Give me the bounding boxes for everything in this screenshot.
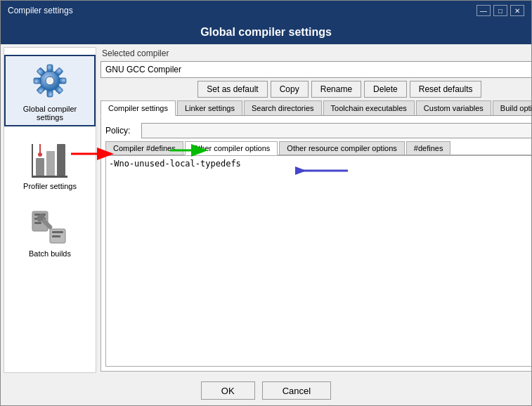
svg-rect-13 — [57, 144, 65, 176]
svg-rect-3 — [47, 65, 53, 72]
top-tabs: Compiler settings Linker settings Search… — [100, 100, 531, 116]
svg-rect-26 — [52, 235, 60, 237]
policy-row: Policy: — [105, 123, 531, 138]
window-title: Compiler settings — [8, 6, 73, 15]
svg-rect-7 — [47, 90, 53, 97]
svg-rect-21 — [34, 222, 41, 224]
svg-rect-5 — [59, 78, 66, 84]
selected-compiler-label: Selected compiler — [102, 48, 531, 58]
sidebar-profiler-label: Profiler settings — [23, 182, 77, 190]
tab-custom-variables[interactable]: Custom variables — [416, 100, 491, 115]
main-window: Compiler settings — □ ✕ Global compiler … — [0, 0, 532, 406]
reset-defaults-button[interactable]: Reset defaults — [410, 81, 482, 98]
text-area-wrapper: -Wno-unused-local-typedefs — [105, 155, 531, 367]
minimize-button[interactable]: — — [476, 5, 491, 16]
dialog-header: Global compiler settings — [1, 20, 531, 44]
delete-button[interactable]: Delete — [364, 81, 407, 98]
inner-tabs: Compiler #defines Other compiler options… — [105, 141, 531, 155]
close-button[interactable]: ✕ — [510, 5, 524, 16]
inner-tab-other-resource[interactable]: Other resource compiler options — [279, 141, 405, 155]
svg-rect-14 — [32, 176, 67, 178]
content-area: Global compiler settings Profiler settin… — [1, 44, 531, 376]
compiler-dropdown[interactable]: GNU GCC Compiler — [100, 61, 531, 78]
profiler-icon — [29, 137, 71, 179]
sidebar-item-batch[interactable]: Batch builds — [4, 201, 96, 261]
inner-tab-compiler-flags[interactable]: Compiler #defines — [105, 141, 183, 155]
svg-rect-9 — [34, 78, 41, 84]
maximize-button[interactable]: □ — [493, 5, 507, 16]
tab-toolchain-executables[interactable]: Toolchain executables — [323, 100, 415, 115]
main-panel: Selected compiler GNU GCC Compiler Set a… — [99, 44, 531, 376]
rename-button[interactable]: Rename — [311, 81, 361, 98]
compiler-options-textarea[interactable]: -Wno-unused-local-typedefs — [106, 156, 531, 366]
copy-button[interactable]: Copy — [271, 81, 309, 98]
sidebar-item-global-compiler[interactable]: Global compiler settings — [4, 55, 96, 126]
sidebar: Global compiler settings Profiler settin… — [4, 47, 96, 373]
svg-rect-25 — [52, 231, 63, 233]
sidebar-item-profiler[interactable]: Profiler settings — [4, 133, 96, 194]
tab-linker-settings[interactable]: Linker settings — [177, 100, 242, 115]
inner-tab-other-compiler[interactable]: Other compiler options — [185, 141, 278, 155]
title-bar: Compiler settings — □ ✕ — [1, 1, 531, 20]
ok-button[interactable]: OK — [201, 381, 255, 400]
policy-dropdown[interactable] — [141, 123, 531, 138]
cancel-button[interactable]: Cancel — [262, 381, 331, 400]
svg-point-16 — [38, 152, 42, 157]
batch-icon — [29, 204, 71, 247]
svg-rect-11 — [36, 158, 44, 176]
gear-icon — [29, 60, 71, 102]
tab-search-directories[interactable]: Search directories — [244, 100, 322, 115]
textarea-section: -Wno-unused-local-typedefs — [105, 155, 531, 367]
sidebar-batch-label: Batch builds — [29, 249, 71, 258]
tab-build-options[interactable]: Build options — [493, 100, 531, 115]
bottom-bar: OK Cancel — [1, 376, 531, 405]
inner-tab-defines[interactable]: #defines — [406, 141, 451, 155]
tab-content: Policy: — [100, 116, 531, 372]
policy-label: Policy: — [105, 126, 137, 136]
svg-rect-12 — [46, 151, 55, 176]
window-controls: — □ ✕ — [476, 5, 524, 16]
toolbar: Set as default Copy Rename Delete Reset … — [100, 81, 531, 98]
svg-point-2 — [46, 77, 54, 85]
set-default-button[interactable]: Set as default — [197, 81, 267, 98]
sidebar-global-label: Global compiler settings — [9, 105, 91, 122]
inner-tabs-wrapper: Compiler #defines Other compiler options… — [105, 141, 531, 155]
tab-compiler-settings[interactable]: Compiler settings — [100, 100, 176, 116]
